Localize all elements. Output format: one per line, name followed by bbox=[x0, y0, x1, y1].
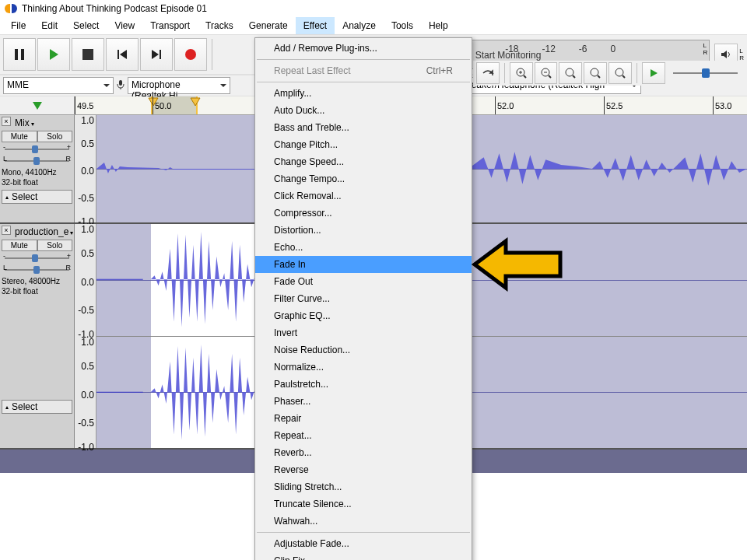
record-button[interactable] bbox=[174, 38, 207, 71]
effect-menu-item[interactable]: Phaser... bbox=[255, 393, 472, 410]
svg-marker-5 bbox=[120, 50, 127, 59]
divider bbox=[212, 39, 212, 70]
svg-point-8 bbox=[185, 49, 196, 60]
effect-menu-item[interactable]: Repair bbox=[255, 410, 472, 427]
effect-menu-item[interactable]: Fade In bbox=[255, 256, 472, 273]
skip-start-button[interactable] bbox=[106, 38, 139, 71]
effect-menu-item[interactable]: Filter Curve... bbox=[255, 290, 472, 307]
select-track-button[interactable]: Select bbox=[2, 190, 72, 204]
zoom-toolbar bbox=[473, 61, 747, 86]
effect-menu-item[interactable]: Truncate Silence... bbox=[255, 495, 472, 513]
pan-slider[interactable]: LR bbox=[5, 156, 69, 166]
effect-menu-item[interactable]: Paulstretch... bbox=[255, 376, 472, 393]
mic-icon bbox=[115, 79, 126, 93]
svg-rect-10 bbox=[119, 80, 122, 86]
effect-menu-item[interactable]: Add / Remove Plug-ins... bbox=[255, 40, 472, 57]
effect-menu-item[interactable]: Sliding Stretch... bbox=[255, 478, 472, 495]
menu-edit[interactable]: Edit bbox=[33, 17, 65, 34]
track-name-dropdown[interactable]: Mix bbox=[14, 117, 72, 129]
play-button[interactable] bbox=[37, 38, 70, 71]
effect-menu-item[interactable]: Change Speed... bbox=[255, 153, 472, 170]
effect-menu-item[interactable]: Reverb... bbox=[255, 444, 472, 461]
menu-transport[interactable]: Transport bbox=[142, 17, 198, 34]
gain-slider[interactable]: -+ bbox=[5, 145, 69, 154]
effect-menu-item[interactable]: Distortion... bbox=[255, 222, 472, 239]
svg-line-13 bbox=[524, 75, 526, 78]
effect-menu-item[interactable]: Repeat... bbox=[255, 427, 472, 444]
effect-menu-item[interactable]: Invert bbox=[255, 324, 472, 341]
effect-menu-item[interactable]: Graphic EQ... bbox=[255, 307, 472, 324]
app-logo-icon bbox=[5, 2, 17, 15]
effect-menu-item[interactable]: Fade Out bbox=[255, 273, 472, 290]
pan-slider[interactable]: LR bbox=[5, 265, 69, 275]
svg-marker-6 bbox=[152, 50, 159, 59]
menu-tracks[interactable]: Tracks bbox=[198, 17, 241, 34]
close-track-button[interactable]: × bbox=[2, 226, 11, 235]
stop-button[interactable] bbox=[72, 38, 104, 71]
effect-menu-item[interactable]: Change Pitch... bbox=[255, 136, 472, 153]
menu-view[interactable]: View bbox=[107, 17, 142, 34]
zoom-out-button[interactable] bbox=[535, 62, 558, 84]
effect-menu-item: Repeat Last EffectCtrl+R bbox=[255, 62, 472, 79]
effect-menu-item[interactable]: Echo... bbox=[255, 239, 472, 256]
track-name-dropdown[interactable]: production_e bbox=[14, 226, 72, 238]
host-select[interactable]: MME bbox=[3, 77, 114, 94]
play-at-speed-button[interactable] bbox=[642, 62, 665, 84]
menu-generate[interactable]: Generate bbox=[241, 17, 296, 34]
gain-slider[interactable]: -+ bbox=[5, 254, 69, 263]
close-track-button[interactable]: × bbox=[2, 117, 11, 126]
effect-menu-item[interactable]: Auto Duck... bbox=[255, 102, 472, 119]
redo-button[interactable] bbox=[476, 62, 500, 84]
menu-select[interactable]: Select bbox=[65, 17, 107, 34]
svg-marker-2 bbox=[50, 49, 58, 60]
window-title: Thinking About Thinking Podcast Episode … bbox=[22, 3, 207, 14]
effect-menu-item[interactable]: Amplify... bbox=[255, 85, 472, 102]
menu-effect[interactable]: Effect bbox=[296, 17, 335, 34]
effect-menu-item[interactable]: Adjustable Fade... bbox=[255, 535, 472, 552]
vertical-scale[interactable]: 1.00.50.0-0.5-1.0 bbox=[75, 115, 96, 222]
svg-marker-25 bbox=[651, 69, 658, 77]
play-cursor-icon bbox=[32, 101, 43, 110]
play-speed-slider[interactable] bbox=[667, 62, 744, 84]
menu-tools[interactable]: Tools bbox=[384, 17, 421, 34]
titlebar: Thinking About Thinking Podcast Episode … bbox=[0, 0, 747, 17]
menu-file[interactable]: File bbox=[3, 17, 33, 34]
zoom-toggle-button[interactable] bbox=[608, 62, 632, 84]
zoom-in-button[interactable] bbox=[510, 62, 533, 84]
effect-menu-item[interactable]: Click Removal... bbox=[255, 187, 472, 205]
track-panel[interactable]: × production_e Mute Solo -+ LR Stereo, 4… bbox=[0, 224, 75, 448]
svg-point-23 bbox=[615, 68, 623, 76]
svg-marker-28 bbox=[191, 98, 200, 106]
svg-marker-26 bbox=[33, 102, 42, 110]
effect-menu-item[interactable]: Change Tempo... bbox=[255, 170, 472, 187]
fit-selection-button[interactable] bbox=[559, 62, 582, 84]
svg-line-22 bbox=[598, 75, 600, 78]
solo-button[interactable]: Solo bbox=[37, 131, 73, 142]
svg-rect-4 bbox=[117, 50, 119, 59]
svg-rect-7 bbox=[160, 50, 161, 59]
menu-analyze[interactable]: Analyze bbox=[335, 17, 384, 34]
svg-point-21 bbox=[591, 68, 598, 76]
svg-marker-29 bbox=[475, 241, 560, 288]
menubar: FileEditSelectViewTransportTracksGenerat… bbox=[0, 17, 747, 34]
input-device-select[interactable]: Microphone (Realtek Hi bbox=[128, 77, 230, 94]
track-panel[interactable]: × Mix Mute Solo -+ LR Mono, 44100Hz 32-b… bbox=[0, 115, 75, 222]
skip-end-button[interactable] bbox=[140, 38, 173, 71]
effect-menu-item[interactable]: Bass and Treble... bbox=[255, 119, 472, 136]
effect-menu-item[interactable]: Clip Fix... bbox=[255, 552, 472, 560]
mute-button[interactable]: Mute bbox=[2, 240, 37, 251]
annotation-arrow-icon bbox=[471, 237, 564, 294]
effect-menu-item[interactable]: Reverse bbox=[255, 461, 472, 478]
pause-button[interactable] bbox=[3, 38, 36, 71]
effect-menu-item[interactable]: Normalize... bbox=[255, 359, 472, 376]
effect-menu-item[interactable]: Compressor... bbox=[255, 205, 472, 222]
effect-menu-item[interactable]: Noise Reduction... bbox=[255, 341, 472, 359]
effect-menu-item[interactable]: Wahwah... bbox=[255, 513, 472, 530]
svg-point-19 bbox=[566, 68, 573, 76]
select-track-button[interactable]: Select bbox=[2, 400, 72, 414]
menu-help[interactable]: Help bbox=[421, 17, 456, 34]
solo-button[interactable]: Solo bbox=[37, 240, 73, 251]
vertical-scale[interactable]: 1.00.50.0-0.5-1.01.00.50.0-0.5-1.0 bbox=[75, 224, 96, 448]
mute-button[interactable]: Mute bbox=[2, 131, 37, 142]
fit-project-button[interactable] bbox=[584, 62, 607, 84]
